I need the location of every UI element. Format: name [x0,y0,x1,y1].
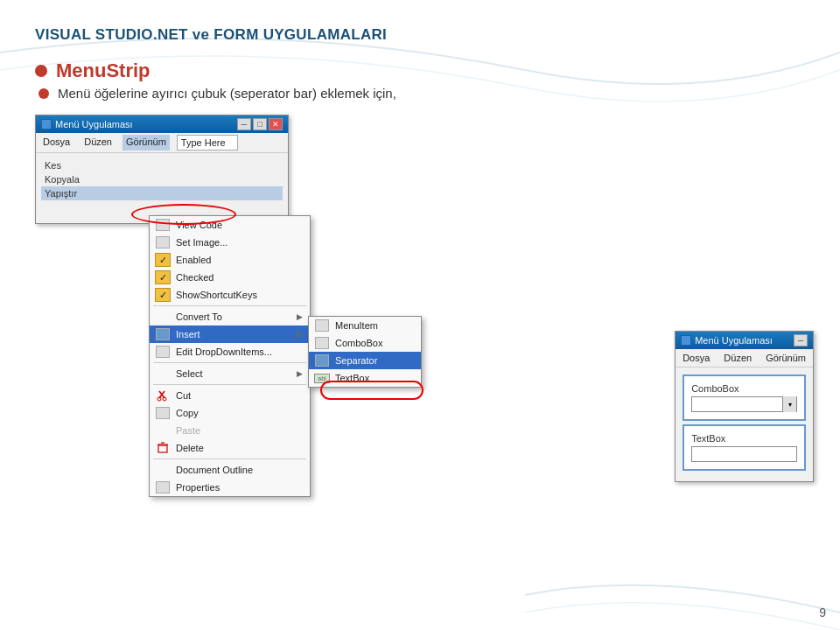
separator-icon [314,354,330,368]
main-menubar[interactable]: Dosya Düzen Görünüm Type Here [36,133,288,153]
right-menu-duzen[interactable]: Düzen [720,351,755,365]
right-win-controls[interactable]: ─ [794,334,808,346]
submenu-combobox-label: ComboBox [335,338,382,348]
ctx-showshortcutkeys-label: ShowShortcutKeys [176,290,257,300]
right-win-icon [681,335,691,346]
doc-outline-icon [155,463,171,477]
showshortcutkeys-check: ✓ [155,288,171,302]
menu-dosya[interactable]: Dosya [39,135,74,150]
bullet-dot-secondary [38,88,49,99]
menu-duzen[interactable]: Düzen [80,135,116,150]
ctx-convert-to-label: Convert To [176,312,222,322]
win-icon [41,119,52,130]
main-window: Menü Uygulaması ─ □ ✕ Dosya Düzen Görünü… [35,115,289,224]
convert-to-icon [155,310,171,324]
submenu-combobox[interactable]: ComboBox [309,334,421,352]
main-titlebar: Menü Uygulaması ─ □ ✕ [36,116,288,133]
menuitem-icon [314,318,330,332]
context-menu[interactable]: View Code Set Image... ✓ Enabled ✓ [149,215,311,497]
right-window-title: Menü Uygulaması [695,335,773,346]
ctx-copy[interactable]: Copy [150,404,310,422]
select-arrow: ▶ [297,369,303,378]
secondary-bullet-text: Menü öğelerine ayırıcı çubuk (seperator … [58,86,396,101]
ctx-doc-outline-label: Document Outline [176,465,253,475]
ctx-view-code[interactable]: View Code [150,216,310,234]
select-icon [155,367,171,381]
combobox-icon [314,336,330,350]
ctx-properties[interactable]: Properties [150,479,310,496]
cut-icon [155,388,171,402]
combobox-group: ComboBox ▾ [682,374,806,421]
properties-icon [155,480,171,494]
ctx-sep-3 [153,384,306,385]
ctx-set-image-label: Set Image... [176,237,228,248]
right-menubar[interactable]: Dosya Düzen Görünüm [676,349,813,368]
menu-yapistir: Yapıştır [41,186,283,200]
maximize-button[interactable]: □ [253,118,267,130]
edit-dropdown-icon [155,345,171,359]
right-menu-dosya[interactable]: Dosya [679,351,713,365]
ctx-convert-to[interactable]: Convert To ▶ [150,308,310,326]
textbox-label: TextBox [691,433,797,444]
ctx-delete-label: Delete [176,443,204,453]
combobox-control[interactable]: ▾ [691,396,797,412]
win-controls[interactable]: ─ □ ✕ [237,118,283,130]
minimize-button[interactable]: ─ [237,118,251,130]
ctx-sep-2 [153,362,306,363]
ctx-showshortcutkeys[interactable]: ✓ ShowShortcutKeys [150,286,310,304]
submenu-textbox[interactable]: abl TextBox [309,369,421,387]
close-button[interactable]: ✕ [269,118,283,130]
main-window-title: Menü Uygulaması [55,119,133,130]
svg-rect-4 [158,445,167,452]
bullet-primary: MenuStrip [35,60,805,82]
ctx-set-image[interactable]: Set Image... [150,234,310,251]
right-titlebar: Menü Uygulaması ─ [676,332,813,349]
textbox-icon: abl [314,371,330,385]
submenu-menuitem[interactable]: MenuItem [309,317,421,334]
right-minimize-button[interactable]: ─ [794,334,808,346]
ctx-paste[interactable]: Paste [150,422,310,439]
insert-arrow: ▶ [297,330,303,339]
right-window-container: Menü Uygulaması ─ Dosya Düzen Görünüm Co… [675,331,814,482]
main-body: Kes Kopyala Yapıştır [36,153,288,223]
combobox-arrow[interactable]: ▾ [782,396,796,412]
primary-bullet-text: MenuStrip [56,60,150,82]
bullet-dot-primary [35,65,47,77]
menu-kopyala: Kopyala [41,172,283,186]
submenu-separator-label: Separator [335,355,377,366]
type-here-box[interactable]: Type Here [177,135,238,150]
convert-to-arrow: ▶ [297,312,303,321]
ctx-view-code-label: View Code [176,220,222,230]
ctx-sep-1 [153,305,306,306]
ctx-enabled[interactable]: ✓ Enabled [150,251,310,269]
ctx-enabled-label: Enabled [176,255,211,265]
ctx-checked[interactable]: ✓ Checked [150,269,310,286]
ctx-edit-dropdown[interactable]: Edit DropDownItems... [150,343,310,360]
ctx-insert[interactable]: Insert ▶ [150,326,310,343]
page-number: 9 [819,606,826,620]
ctx-properties-label: Properties [176,482,220,493]
right-body: ComboBox ▾ TextBox [676,368,813,481]
right-window: Menü Uygulaması ─ Dosya Düzen Görünüm Co… [675,331,814,482]
view-code-icon [155,218,171,232]
insert-submenu[interactable]: MenuItem ComboBox Separator [308,316,422,388]
ctx-insert-label: Insert [176,329,200,340]
insert-icon [155,327,171,341]
ctx-doc-outline[interactable]: Document Outline [150,461,310,479]
ctx-delete[interactable]: Delete [150,439,310,457]
page-title: VISUAL STUDIO.NET ve FORM UYGULAMALARI [35,26,805,44]
ctx-checked-label: Checked [176,272,214,283]
paste-icon [155,424,171,438]
submenu-separator[interactable]: Separator [309,352,421,369]
enabled-check: ✓ [155,253,171,267]
textbox-control[interactable] [691,446,797,462]
screenshots-area: Menü Uygulaması ─ □ ✕ Dosya Düzen Görünü… [35,115,805,482]
ctx-copy-label: Copy [176,408,199,418]
ctx-cut[interactable]: Cut [150,387,310,404]
ctx-select[interactable]: Select ▶ [150,365,310,382]
menu-goruntum[interactable]: Görünüm [122,135,170,150]
right-menu-goruntum[interactable]: Görünüm [762,351,809,365]
textbox-group: TextBox [682,424,806,471]
page-content: VISUAL STUDIO.NET ve FORM UYGULAMALARI M… [0,0,840,508]
submenu-menuitem-label: MenuItem [335,320,378,331]
